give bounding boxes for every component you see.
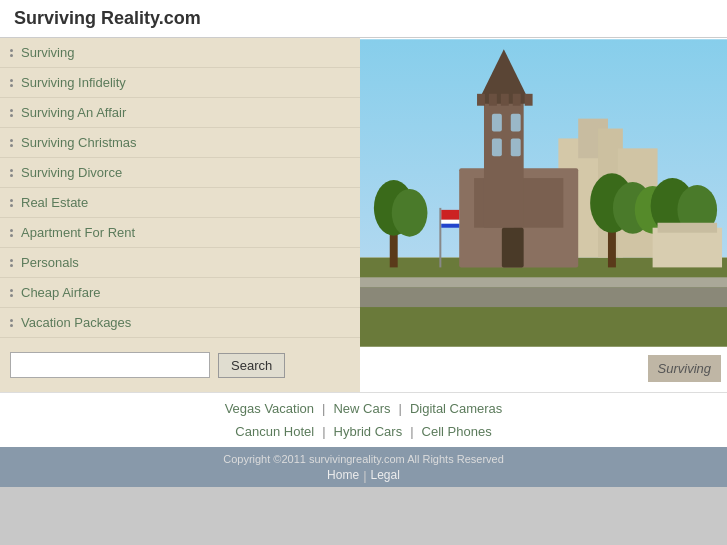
bullet-icon <box>10 109 13 117</box>
sidebar-item-label: Surviving An Affair <box>21 105 126 120</box>
footer: Copyright ©2011 survivingreality.com All… <box>0 447 727 487</box>
svg-rect-35 <box>441 210 459 220</box>
link-new-cars[interactable]: New Cars <box>333 401 390 416</box>
bullet-icon <box>10 169 13 177</box>
sidebar-item-label: Cheap Airfare <box>21 285 101 300</box>
search-area: Search <box>0 338 360 392</box>
link-cell-phones[interactable]: Cell Phones <box>422 424 492 439</box>
sidebar-item-personals[interactable]: Personals <box>0 248 360 278</box>
sidebar-item-label: Surviving Infidelity <box>21 75 126 90</box>
svg-rect-12 <box>511 114 521 132</box>
sidebar-item-label: Surviving <box>21 45 74 60</box>
sidebar-item-label: Surviving Divorce <box>21 165 122 180</box>
links-bar: Vegas Vacation | New Cars | Digital Came… <box>0 392 727 447</box>
links-row2: Cancun Hotel | Hybrid Cars | Cell Phones <box>0 420 727 447</box>
sidebar-item-label: Vacation Packages <box>21 315 131 330</box>
link-digital-cameras[interactable]: Digital Cameras <box>410 401 502 416</box>
sidebar-item-surviving-divorce[interactable]: Surviving Divorce <box>0 158 360 188</box>
bullet-icon <box>10 139 13 147</box>
footer-link-sep: | <box>363 468 366 483</box>
sidebar-item-surviving[interactable]: Surviving <box>0 38 360 68</box>
footer-links: Home | Legal <box>0 468 727 483</box>
main-container: SurvivingSurviving InfidelitySurviving A… <box>0 38 727 392</box>
link-cancun-hotel[interactable]: Cancun Hotel <box>235 424 314 439</box>
footer-home-link[interactable]: Home <box>327 468 359 483</box>
bullet-icon <box>10 199 13 207</box>
sidebar-item-label: Personals <box>21 255 79 270</box>
svg-rect-13 <box>492 138 502 156</box>
sidebar-item-vacation-packages[interactable]: Vacation Packages <box>0 308 360 338</box>
svg-rect-14 <box>511 138 521 156</box>
link-sep-1: | <box>322 401 325 416</box>
image-area: Surviving <box>360 38 727 392</box>
svg-rect-34 <box>439 208 441 268</box>
sidebar-item-surviving-an-affair[interactable]: Surviving An Affair <box>0 98 360 128</box>
link-vegas-vacation[interactable]: Vegas Vacation <box>225 401 314 416</box>
svg-rect-33 <box>360 277 727 287</box>
site-header: Surviving Reality.com <box>0 0 727 38</box>
search-input[interactable] <box>10 352 210 378</box>
svg-rect-15 <box>477 94 485 106</box>
svg-rect-11 <box>492 114 502 132</box>
sidebar-item-surviving-christmas[interactable]: Surviving Christmas <box>0 128 360 158</box>
link-hybrid-cars[interactable]: Hybrid Cars <box>334 424 403 439</box>
link-sep-3: | <box>322 424 325 439</box>
svg-rect-17 <box>501 94 509 106</box>
sidebar-item-label: Surviving Christmas <box>21 135 137 150</box>
sidebar: SurvivingSurviving InfidelitySurviving A… <box>0 38 360 392</box>
svg-rect-30 <box>653 228 722 268</box>
footer-legal-link[interactable]: Legal <box>371 468 400 483</box>
svg-rect-19 <box>525 94 533 106</box>
svg-point-23 <box>392 189 428 237</box>
sidebar-item-surviving-infidelity[interactable]: Surviving Infidelity <box>0 68 360 98</box>
sidebar-item-apartment-for-rent[interactable]: Apartment For Rent <box>0 218 360 248</box>
bullet-icon <box>10 319 13 327</box>
svg-rect-18 <box>513 94 521 106</box>
bullet-icon <box>10 49 13 57</box>
scene-image <box>360 38 727 348</box>
sidebar-item-cheap-airfare[interactable]: Cheap Airfare <box>0 278 360 308</box>
sidebar-item-label: Apartment For Rent <box>21 225 135 240</box>
svg-rect-31 <box>658 223 718 233</box>
footer-copyright: Copyright ©2011 survivingreality.com All… <box>0 453 727 465</box>
sidebar-item-real-estate[interactable]: Real Estate <box>0 188 360 218</box>
sidebar-nav: SurvivingSurviving InfidelitySurviving A… <box>0 38 360 338</box>
bullet-icon <box>10 259 13 267</box>
links-row1: Vegas Vacation | New Cars | Digital Came… <box>0 393 727 420</box>
bullet-icon <box>10 229 13 237</box>
svg-rect-16 <box>489 94 497 106</box>
bullet-icon <box>10 289 13 297</box>
svg-rect-20 <box>502 228 524 268</box>
svg-rect-36 <box>441 220 459 224</box>
link-sep-2: | <box>398 401 401 416</box>
surviving-badge: Surviving <box>648 355 721 382</box>
site-title: Surviving Reality.com <box>14 8 713 29</box>
search-button[interactable]: Search <box>218 353 285 378</box>
bullet-icon <box>10 79 13 87</box>
svg-rect-32 <box>360 287 727 307</box>
svg-rect-37 <box>441 224 459 228</box>
sidebar-item-label: Real Estate <box>21 195 88 210</box>
link-sep-4: | <box>410 424 413 439</box>
